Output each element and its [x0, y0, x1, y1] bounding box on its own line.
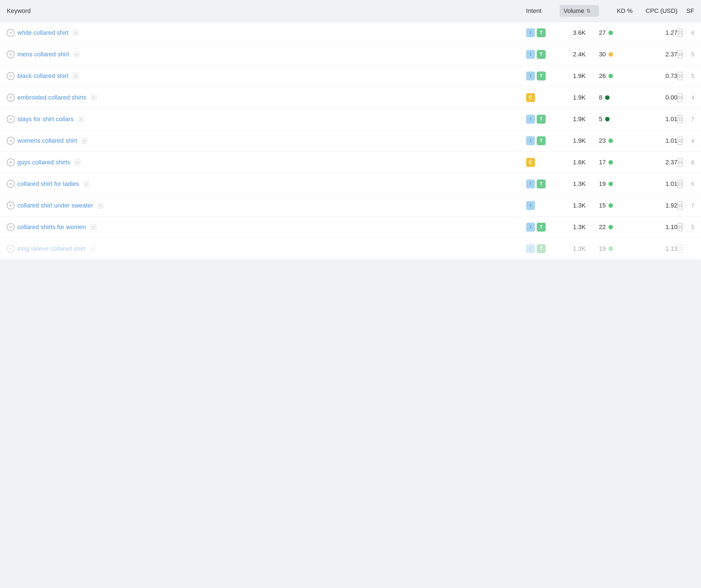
sf-count: 7 [689, 202, 694, 209]
svg-rect-10 [679, 76, 680, 78]
exclude-keyword-icon[interactable]: ⊟ [83, 181, 89, 187]
add-keyword-icon[interactable]: + [7, 158, 15, 166]
svg-rect-34 [679, 206, 680, 207]
svg-rect-37 [681, 225, 682, 227]
keyword-link[interactable]: guys collared shirts [17, 159, 70, 166]
intent-badge-t[interactable]: T [537, 244, 546, 253]
add-keyword-icon[interactable]: + [7, 137, 15, 145]
sf-divider [686, 117, 686, 122]
intent-badge-c[interactable]: C [526, 158, 535, 167]
svg-rect-21 [681, 139, 682, 141]
serp-features-icon[interactable] [677, 180, 683, 188]
intent-badge-i[interactable]: I [526, 28, 535, 37]
intent-badge-i[interactable]: I [526, 115, 535, 124]
serp-features-icon[interactable] [677, 223, 683, 231]
serp-features-icon[interactable] [677, 50, 683, 59]
keyword-link[interactable]: collared shirts for women [17, 223, 86, 231]
svg-rect-26 [679, 163, 680, 164]
exclude-keyword-icon[interactable]: ⊟ [73, 73, 78, 79]
add-keyword-icon[interactable]: + [7, 29, 15, 37]
intent-cell: IT [526, 71, 560, 80]
serp-features-icon[interactable] [677, 158, 683, 167]
intent-badge-t[interactable]: T [537, 50, 546, 59]
keyword-cell: +black collared shirt⊟ [7, 72, 526, 80]
keyword-link[interactable]: mens collared shirt [17, 51, 69, 58]
serp-features-icon[interactable] [677, 244, 683, 253]
add-keyword-icon[interactable]: + [7, 115, 15, 123]
serp-features-icon[interactable] [677, 72, 683, 80]
exclude-keyword-icon[interactable]: ⊟ [91, 95, 96, 101]
exclude-keyword-icon[interactable]: ⊟ [74, 52, 79, 57]
add-keyword-icon[interactable]: + [7, 202, 15, 209]
sf-cell: 8 [677, 158, 694, 167]
sf-divider [686, 95, 686, 101]
keyword-link[interactable]: long sleeve collared shirt [17, 245, 85, 252]
exclude-keyword-icon[interactable]: ⊟ [74, 160, 80, 165]
serp-features-icon[interactable] [677, 201, 683, 210]
intent-badge-i[interactable]: I [526, 136, 535, 145]
volume-cell: 2.4K [560, 51, 599, 58]
keyword-cell: +womens collared shirt⊟ [7, 137, 526, 145]
exclude-keyword-icon[interactable]: ⊟ [97, 203, 103, 208]
intent-cell: C [526, 93, 560, 102]
svg-rect-29 [681, 182, 682, 184]
intent-badge-i[interactable]: I [526, 201, 535, 210]
cpc-cell: 1.01 [633, 116, 677, 123]
svg-rect-27 [681, 163, 682, 164]
add-keyword-icon[interactable]: + [7, 72, 15, 80]
svg-rect-19 [681, 120, 682, 121]
kd-dot [609, 182, 613, 186]
intent-header: Intent [526, 7, 560, 15]
keyword-link[interactable]: stays for shirt collars [17, 116, 74, 123]
keyword-link[interactable]: black collared shirt [17, 72, 68, 79]
keyword-link[interactable]: womens collared shirt [17, 137, 77, 144]
intent-badge-t[interactable]: T [537, 179, 546, 188]
exclude-keyword-icon[interactable]: ⊟ [81, 138, 87, 144]
sf-count: 5 [689, 51, 694, 58]
keyword-link[interactable]: embroided collared shirts [17, 94, 86, 101]
sort-icon: ⇅ [586, 8, 591, 14]
serp-features-icon[interactable] [677, 137, 683, 145]
keyword-cell: +collared shirts for women⊟ [7, 223, 526, 231]
svg-rect-0 [679, 31, 680, 32]
serp-features-icon[interactable] [677, 29, 683, 37]
intent-badge-t[interactable]: T [537, 115, 546, 124]
kd-dot [609, 31, 613, 35]
sf-cell: 5 [677, 72, 694, 80]
add-keyword-icon[interactable]: + [7, 93, 15, 102]
add-keyword-icon[interactable]: + [7, 50, 15, 58]
serp-features-icon[interactable] [677, 93, 683, 102]
intent-badge-i[interactable]: I [526, 179, 535, 188]
add-keyword-icon[interactable]: + [7, 223, 15, 231]
volume-header[interactable]: Volume ⇅ [560, 5, 599, 17]
add-keyword-icon[interactable]: + [7, 180, 15, 188]
exclude-keyword-icon[interactable]: ⊟ [90, 246, 95, 251]
add-keyword-icon[interactable]: + [7, 245, 15, 253]
keyword-table: Keyword Intent Volume ⇅ KD % CPC (USD) S… [0, 0, 701, 260]
intent-badge-t[interactable]: T [537, 136, 546, 145]
exclude-keyword-icon[interactable]: ⊟ [78, 117, 84, 122]
volume-cell: 1.9K [560, 94, 599, 101]
exclude-keyword-icon[interactable]: ⊟ [90, 224, 96, 230]
intent-badge-t[interactable]: T [537, 223, 546, 232]
keyword-link[interactable]: collared shirt under sweater [17, 202, 93, 209]
keyword-link[interactable]: collared shirt for ladies [17, 180, 79, 188]
intent-badge-i[interactable]: I [526, 71, 535, 80]
sf-count: 8 [689, 159, 694, 166]
sf-divider [686, 181, 686, 187]
intent-badge-c[interactable]: C [526, 93, 535, 102]
intent-badge-i[interactable]: I [526, 223, 535, 232]
intent-cell: IT [526, 115, 560, 124]
exclude-keyword-icon[interactable]: ⊟ [73, 30, 78, 36]
intent-badge-i[interactable]: I [526, 244, 535, 253]
keyword-cell: +guys collared shirts⊟ [7, 158, 526, 166]
intent-badge-t[interactable]: T [537, 28, 546, 37]
table-row: +black collared shirt⊟IT1.9K260.735 [0, 65, 701, 87]
intent-badge-i[interactable]: I [526, 50, 535, 59]
table-row: +long sleeve collared shirt⊟IT1.3K191.13 [0, 238, 701, 260]
keyword-link[interactable]: white collared shirt [17, 29, 68, 36]
svg-rect-4 [679, 53, 680, 54]
intent-badge-t[interactable]: T [537, 71, 546, 80]
svg-rect-8 [679, 74, 680, 76]
serp-features-icon[interactable] [677, 115, 683, 123]
